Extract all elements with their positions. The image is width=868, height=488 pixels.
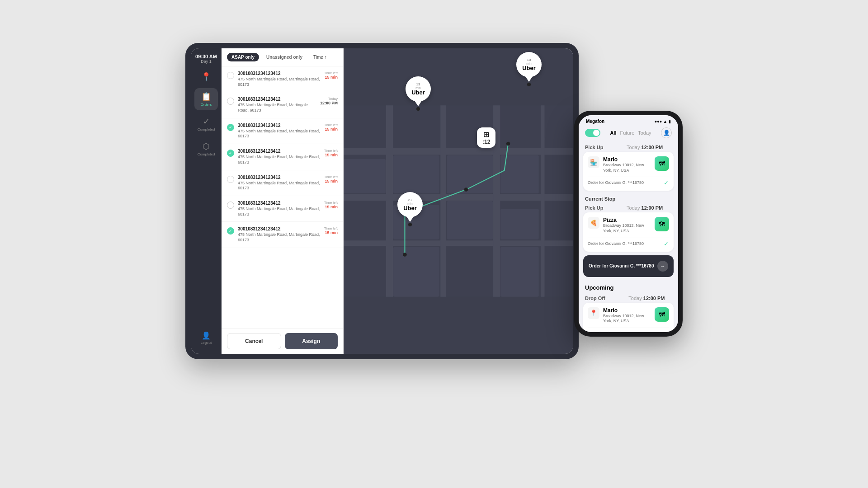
wifi-icon: ▲ [663, 119, 667, 124]
phone-status-icons: ●●● ▲ ▮ [655, 119, 671, 124]
stop-location-mario2: 📍 Mario Broadway 10012, New York, NY, US… [588, 307, 669, 324]
svg-point-21 [506, 142, 510, 145]
cluster-icon: ⊞ [483, 130, 489, 139]
svg-rect-9 [393, 155, 439, 193]
order-item: 30010831234123412 475 North Martingale R… [222, 170, 343, 196]
order-checkbox-3[interactable]: ✓ [227, 124, 234, 131]
map-pin-uber-10: 10 min Uber [516, 52, 542, 86]
grid-icon: ⬡ [203, 141, 210, 151]
assign-button[interactable]: Assign [285, 333, 338, 349]
cluster-count: :12 [482, 139, 490, 145]
phone-tabs: All Future Today [610, 130, 651, 136]
svg-rect-10 [447, 201, 493, 239]
order-details-4: 30010831234123412 475 North Martingale R… [238, 149, 321, 165]
order-details-6: 30010831234123412 475 North Martingale R… [238, 201, 321, 217]
order-item: ✓ 30010831234123412 475 North Martingale… [222, 118, 343, 144]
order-details-2: 30010831234123412 475 North Martingale R… [238, 97, 316, 113]
stop-card-mario: 🏪 Mario Broadway 10012, New York, NY, US… [583, 152, 674, 191]
section-header-upcoming: Upcoming [579, 281, 678, 293]
location-info-mario2: Mario Broadway 10012, New York, NY, USA [603, 307, 651, 324]
order-details-7: 30010831234123412 475 North Martingale R… [238, 226, 321, 243]
map-thumbnail-1[interactable]: 🗺 [655, 156, 669, 171]
sidebar: 09:30 AM Day 1 📍 📋 Orders ✓ Completed ⬡ … [191, 48, 222, 354]
phone-toggle[interactable] [585, 129, 600, 137]
location-icon: 📍 [201, 72, 211, 82]
filter-asap-only[interactable]: ASAP only [227, 53, 259, 61]
svg-rect-11 [500, 155, 539, 193]
order-checkbox-5[interactable] [227, 176, 234, 183]
order-item: ✓ 30010831234123412 475 North Martingale… [222, 144, 343, 170]
filter-unassigned-only[interactable]: Unassigned only [262, 53, 307, 61]
sidebar-time: 09:30 AM Day 1 [195, 54, 217, 64]
order-ref-3: Order for Giovanni G. ***16780 ○ [588, 328, 669, 332]
order-time-3: Time left 15 min [324, 123, 338, 131]
tab-future[interactable]: Future [620, 130, 634, 136]
order-item: 30010831234123412 475 North Martingale R… [222, 196, 343, 222]
tab-all[interactable]: All [610, 130, 616, 136]
location-type-icon: 🏪 [588, 156, 599, 168]
svg-rect-16 [500, 209, 539, 239]
tablet-device: 09:30 AM Day 1 📍 📋 Orders ✓ Completed ⬡ … [185, 43, 579, 359]
battery-icon: ▮ [669, 119, 671, 124]
orders-icon: 📋 [201, 92, 211, 102]
svg-point-20 [464, 188, 468, 191]
order-item: 30010831234123412 475 North Martingale R… [222, 66, 343, 92]
order-ref-1: Order for Giovanni G. ***16780 ✓ [588, 177, 669, 186]
order-time-4: Time left 15 min [324, 149, 338, 157]
arrow-button[interactable]: → [657, 261, 668, 272]
map-pin-uber-13: 13 min Uber [406, 76, 431, 111]
orders-list: 30010831234123412 475 North Martingale R… [222, 66, 343, 328]
signal-icon: ●●● [655, 119, 662, 124]
order-time-1: Time left 15 min [324, 71, 338, 80]
tab-today[interactable]: Today [638, 130, 651, 136]
phone-status-bar: Megafon ●●● ▲ ▮ [579, 115, 678, 126]
order-checkbox-6[interactable] [227, 202, 234, 209]
svg-rect-14 [393, 247, 439, 297]
orders-actions: Cancel Assign [222, 328, 343, 354]
orders-filters: ASAP only Unassigned only Time ↑ [222, 48, 343, 66]
order-item: ✓ 30010831234123412 475 North Martingale… [222, 222, 343, 248]
sidebar-item-completed2[interactable]: ⬡ Completed [194, 138, 218, 160]
location-type-icon-pizza: 🍕 [588, 217, 599, 229]
check-circle-icon-2: ✓ [664, 240, 669, 247]
sidebar-item-completed1[interactable]: ✓ Completed [194, 113, 218, 135]
order-highlight[interactable]: Order for Giovanni G. ***16780 → [583, 255, 674, 277]
map-area: 13 min Uber 10 min Uber [344, 48, 573, 354]
sidebar-item-location[interactable]: 📍 [194, 68, 218, 85]
svg-rect-12 [344, 159, 386, 193]
order-details-1: 30010831234123412 475 North Martingale R… [238, 71, 321, 87]
orders-panel: ASAP only Unassigned only Time ↑ [222, 48, 344, 354]
location-info-pizza: Pizza Broadway 10012, New York, NY, USA [603, 217, 651, 234]
section-header-dropoff: Drop Off Today 12:00 PM [579, 293, 678, 303]
section-header-pickup: Pick Up Today 12:00 PM [579, 142, 678, 152]
stop-card-mario-upcoming: 📍 Mario Broadway 10012, New York, NY, US… [583, 303, 674, 332]
order-details-3: 30010831234123412 475 North Martingale R… [238, 123, 321, 139]
sidebar-item-orders[interactable]: 📋 Orders [194, 88, 218, 110]
location-info: Mario Broadway 10012, New York, NY, USA [603, 156, 651, 173]
map-thumbnail-2[interactable]: 🗺 [655, 217, 669, 231]
logout-button[interactable]: 👤 Logout [198, 328, 214, 348]
sort-icon: ↑ [325, 55, 327, 60]
svg-rect-17 [500, 247, 539, 297]
order-checkbox-2[interactable] [227, 98, 234, 105]
stop-location-pizza: 🍕 Pizza Broadway 10012, New York, NY, US… [588, 217, 669, 234]
map-thumbnail-3[interactable]: 🗺 [655, 307, 669, 322]
cancel-button[interactable]: Cancel [227, 333, 281, 349]
order-checkbox-7[interactable]: ✓ [227, 227, 234, 235]
person-icon[interactable]: 👤 [661, 127, 672, 138]
phone-content: Pick Up Today 12:00 PM 🏪 Mario Broadway … [579, 142, 678, 332]
svg-point-18 [403, 253, 406, 256]
scene: 09:30 AM Day 1 📍 📋 Orders ✓ Completed ⬡ … [185, 29, 683, 459]
section-header-pickup2: Pick Up Today 12:00 PM [579, 202, 678, 212]
check-icon: ✓ [203, 117, 210, 127]
stop-location: 🏪 Mario Broadway 10012, New York, NY, US… [588, 156, 669, 173]
logout-icon: 👤 [202, 331, 211, 340]
order-item: 30010831234123412 475 North Martingale R… [222, 92, 343, 118]
order-time-7: Time left 15 min [324, 226, 338, 235]
order-checkbox-4[interactable]: ✓ [227, 150, 234, 157]
current-stop-label: Current Stop [579, 194, 678, 202]
filter-time[interactable]: Time ↑ [310, 53, 330, 61]
order-checkbox-1[interactable] [227, 72, 234, 79]
tablet-main: ASAP only Unassigned only Time ↑ [222, 48, 573, 354]
order-details-5: 30010831234123412 475 North Martingale R… [238, 175, 321, 191]
